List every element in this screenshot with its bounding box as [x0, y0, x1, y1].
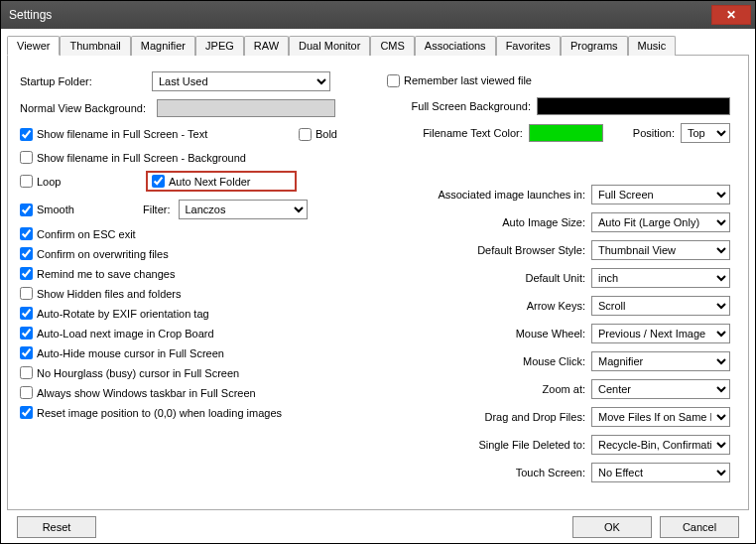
- single-delete-select[interactable]: Recycle-Bin, Confirmation: [591, 435, 730, 455]
- bold-checkbox[interactable]: [299, 128, 312, 141]
- loop-label: Loop: [37, 176, 126, 188]
- titlebar: Settings ✕: [1, 1, 755, 29]
- remember-last-checkbox[interactable]: [387, 74, 400, 87]
- tab-cms[interactable]: CMS: [370, 36, 414, 56]
- tab-magnifier[interactable]: Magnifier: [131, 36, 195, 56]
- auto-hide-cursor-label: Auto-Hide mouse cursor in Full Screen: [37, 347, 224, 359]
- default-browser-label: Default Browser Style:: [387, 244, 585, 256]
- bold-label: Bold: [315, 128, 337, 140]
- arrow-keys-label: Arrow Keys:: [387, 300, 585, 312]
- tab-music[interactable]: Music: [628, 36, 677, 56]
- loop-checkbox[interactable]: [20, 175, 33, 188]
- default-browser-select[interactable]: Thumbnail View: [591, 240, 730, 260]
- touch-screen-select[interactable]: No Effect: [591, 463, 730, 482]
- close-button[interactable]: ✕: [711, 5, 751, 25]
- auto-rotate-checkbox[interactable]: [20, 307, 33, 320]
- mouse-click-label: Mouse Click:: [387, 355, 585, 367]
- auto-load-crop-checkbox[interactable]: [20, 327, 33, 340]
- smooth-label: Smooth: [37, 204, 131, 215]
- remind-save-label: Remind me to save changes: [37, 268, 175, 280]
- show-filename-bg-label: Show filename in Full Screen - Backgroun…: [37, 152, 246, 164]
- reset-pos-checkbox[interactable]: [20, 406, 33, 419]
- show-filename-text-checkbox[interactable]: [20, 128, 33, 141]
- confirm-overwrite-label: Confirm on overwriting files: [37, 248, 169, 260]
- assoc-launch-select[interactable]: Full Screen: [591, 185, 730, 204]
- window-title: Settings: [9, 8, 711, 22]
- tab-programs[interactable]: Programs: [561, 36, 628, 56]
- reset-pos-label: Reset image position to (0,0) when loadi…: [37, 407, 282, 419]
- arrow-keys-select[interactable]: Scroll: [591, 296, 730, 316]
- startup-folder-label: Startup Folder:: [20, 75, 144, 87]
- tab-thumbnail[interactable]: Thumbnail: [60, 36, 130, 56]
- tab-viewer[interactable]: Viewer: [7, 36, 60, 56]
- fs-bg-label: Full Screen Background:: [387, 100, 531, 112]
- tab-raw[interactable]: RAW: [244, 36, 289, 56]
- normal-bg-swatch[interactable]: [157, 99, 335, 117]
- assoc-launch-label: Associated image launches in:: [387, 189, 585, 201]
- no-hourglass-checkbox[interactable]: [20, 366, 33, 379]
- tab-favorites[interactable]: Favorites: [496, 36, 561, 56]
- fs-bg-swatch[interactable]: [537, 97, 730, 115]
- always-taskbar-checkbox[interactable]: [20, 386, 33, 399]
- zoom-at-select[interactable]: Center: [591, 379, 730, 399]
- show-filename-bg-checkbox[interactable]: [20, 151, 33, 164]
- tab-jpeg[interactable]: JPEG: [195, 36, 244, 56]
- filter-label: Filter:: [143, 204, 171, 215]
- auto-hide-cursor-checkbox[interactable]: [20, 346, 33, 359]
- tab-associations[interactable]: Associations: [415, 36, 496, 56]
- fn-text-color-label: Filename Text Color:: [387, 127, 523, 139]
- smooth-checkbox[interactable]: [20, 204, 33, 216]
- drag-drop-select[interactable]: Move Files If on Same Disk: [591, 407, 730, 427]
- auto-load-crop-label: Auto-Load next image in Crop Board: [37, 328, 214, 340]
- normal-bg-label: Normal View Background:: [20, 102, 149, 114]
- touch-screen-label: Touch Screen:: [387, 467, 585, 478]
- tab-strip: Viewer Thumbnail Magnifier JPEG RAW Dual…: [7, 35, 749, 56]
- single-delete-label: Single File Deleted to:: [387, 439, 585, 451]
- confirm-esc-checkbox[interactable]: [20, 227, 33, 240]
- fn-text-color-swatch[interactable]: [529, 124, 603, 142]
- position-label: Position:: [633, 127, 675, 139]
- mouse-wheel-label: Mouse Wheel:: [387, 328, 585, 340]
- auto-image-size-select[interactable]: Auto Fit (Large Only): [591, 212, 730, 232]
- zoom-at-label: Zoom at:: [387, 383, 585, 395]
- close-icon: ✕: [726, 8, 736, 22]
- remember-last-label: Remember last viewed file: [404, 74, 532, 86]
- confirm-overwrite-checkbox[interactable]: [20, 247, 33, 260]
- right-column: Remember last viewed file Full Screen Ba…: [387, 71, 736, 501]
- auto-rotate-label: Auto-Rotate by EXIF orientation tag: [37, 308, 209, 320]
- cancel-button[interactable]: Cancel: [660, 516, 739, 538]
- content-area: Viewer Thumbnail Magnifier JPEG RAW Dual…: [1, 29, 755, 544]
- remind-save-checkbox[interactable]: [20, 267, 33, 280]
- filter-select[interactable]: Lanczos: [179, 200, 308, 219]
- drag-drop-label: Drag and Drop Files:: [387, 411, 585, 423]
- auto-next-folder-highlight: Auto Next Folder: [146, 171, 297, 192]
- auto-next-folder-label: Auto Next Folder: [169, 176, 291, 188]
- show-hidden-label: Show Hidden files and folders: [37, 288, 182, 300]
- startup-folder-select[interactable]: Last Used: [152, 71, 330, 91]
- confirm-esc-label: Confirm on ESC exit: [37, 228, 136, 240]
- show-hidden-checkbox[interactable]: [20, 287, 33, 300]
- auto-next-folder-checkbox[interactable]: [152, 175, 165, 188]
- auto-image-size-label: Auto Image Size:: [387, 216, 585, 228]
- mouse-wheel-select[interactable]: Previous / Next Image: [591, 324, 730, 343]
- tab-dual-monitor[interactable]: Dual Monitor: [289, 36, 370, 56]
- reset-button[interactable]: Reset: [17, 516, 96, 538]
- show-filename-text-label: Show filename in Full Screen - Text: [37, 128, 207, 140]
- position-select[interactable]: Top: [681, 123, 730, 143]
- mouse-click-select[interactable]: Magnifier: [591, 351, 730, 371]
- left-column: Startup Folder: Last Used Normal View Ba…: [20, 71, 377, 501]
- default-unit-select[interactable]: inch: [591, 268, 730, 288]
- always-taskbar-label: Always show Windows taskbar in Full Scre…: [37, 387, 256, 399]
- ok-button[interactable]: OK: [572, 516, 652, 538]
- dialog-buttons: Reset OK Cancel: [7, 510, 749, 544]
- no-hourglass-label: No Hourglass (busy) cursor in Full Scree…: [37, 367, 239, 379]
- default-unit-label: Default Unit:: [387, 272, 585, 284]
- tabpanel-viewer: Startup Folder: Last Used Normal View Ba…: [7, 56, 749, 510]
